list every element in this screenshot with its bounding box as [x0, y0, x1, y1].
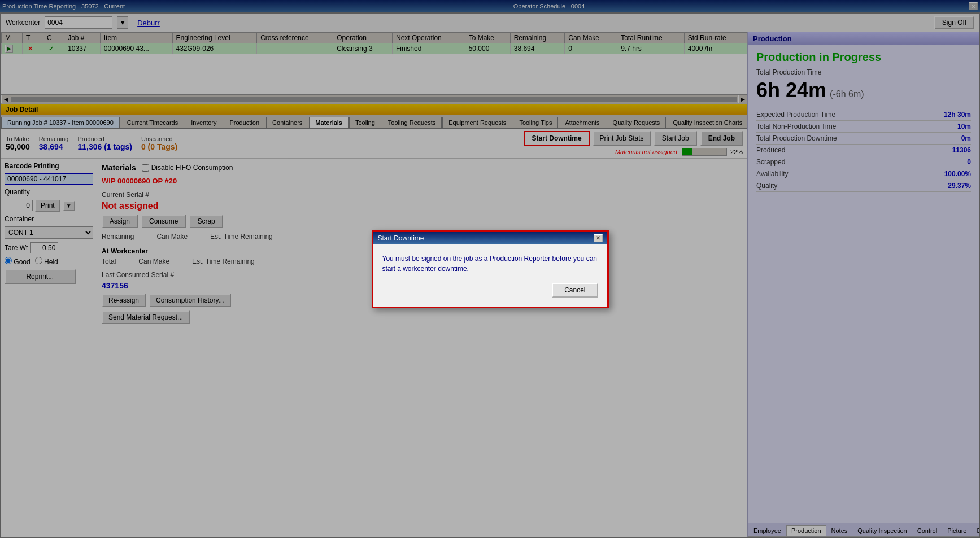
modal-overlay: Start Downtime ✕ You must be signed on t…: [0, 0, 980, 538]
modal-body: You must be signed on the job as a Produ…: [373, 244, 607, 307]
modal-message: You must be signed on the job as a Produ…: [382, 253, 598, 274]
modal-buttons: Cancel: [382, 283, 598, 298]
modal-close-button[interactable]: ✕: [594, 234, 603, 242]
modal-title-text: Start Downtime: [378, 234, 424, 242]
modal-cancel-button[interactable]: Cancel: [552, 283, 598, 298]
modal-title-bar: Start Downtime ✕: [373, 232, 607, 244]
start-downtime-dialog: Start Downtime ✕ You must be signed on t…: [372, 230, 609, 308]
